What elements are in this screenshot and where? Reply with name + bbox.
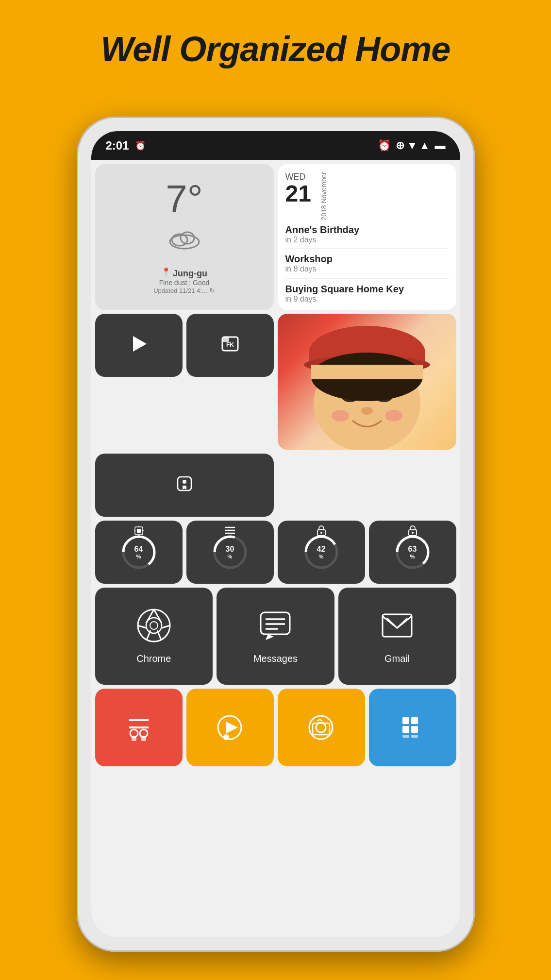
- chrome-label: Chrome: [136, 653, 171, 664]
- svg-point-15: [361, 407, 373, 415]
- weather-cloud-icon: [165, 223, 204, 257]
- refresh-icon[interactable]: ↻: [209, 287, 215, 294]
- battery-circle-3: 42 %: [302, 533, 341, 572]
- calendar-event-1: Anne's Birthday in 2 days: [278, 224, 456, 248]
- svg-point-16: [332, 410, 349, 422]
- svg-text:FK: FK: [226, 341, 234, 348]
- svg-point-17: [385, 410, 402, 422]
- calendar-header: WED 21 2018 November: [278, 164, 456, 224]
- svg-rect-57: [383, 614, 412, 637]
- event-1-days: in 2 days: [285, 236, 449, 244]
- chrome-button[interactable]: Chrome: [95, 588, 213, 685]
- last-row: [95, 689, 456, 766]
- calendar-event-2: Workshop in 8 days: [278, 249, 456, 278]
- home-content: 7° 📍 Jung-gu Fine dust : Good: [91, 160, 460, 774]
- battery-percent-3: 42 %: [317, 545, 326, 559]
- svg-marker-3: [133, 336, 147, 352]
- battery-circle-4: 63 %: [393, 533, 432, 572]
- svg-rect-62: [132, 736, 136, 741]
- weather-updated: Updated 11/21 4:... ↻: [153, 287, 215, 294]
- alarm-icon2: ⏰: [378, 139, 391, 152]
- weather-location: Jung-gu: [173, 269, 207, 279]
- fk-files-button[interactable]: FK: [186, 314, 274, 377]
- gmail-button[interactable]: Gmail: [338, 588, 456, 685]
- svg-point-42: [412, 532, 414, 534]
- bottom-apps-row: Chrome Messag: [95, 588, 456, 685]
- battery-circle-2: 30 %: [211, 533, 250, 572]
- alarm-icon: ⏰: [135, 140, 146, 151]
- svg-marker-65: [226, 722, 238, 733]
- phone-screen: 2:01 ⏰ ⏰ ⊕ ▾ ▲ ▬ 7°: [91, 131, 460, 937]
- messages-icon: [258, 608, 292, 648]
- grid-button[interactable]: [369, 689, 456, 766]
- svg-point-68: [316, 723, 326, 732]
- battery-lock2-widget[interactable]: 63 %: [369, 521, 456, 584]
- battery-circle-1: 64 %: [119, 533, 158, 572]
- svg-rect-73: [411, 726, 418, 733]
- messages-label: Messages: [253, 653, 298, 664]
- battery-percent-2: 30 %: [226, 545, 234, 559]
- calendar-year-month: 2018 November: [320, 172, 328, 220]
- event-2-days: in 8 days: [285, 265, 449, 273]
- location-pin-icon: 📍: [161, 267, 171, 276]
- play-video-button[interactable]: [186, 689, 274, 766]
- weather-widget[interactable]: 7° 📍 Jung-gu Fine dust : Good: [95, 164, 274, 310]
- svg-point-66: [223, 734, 229, 740]
- calendar-widget[interactable]: WED 21 2018 November Anne's Birthday in …: [278, 164, 456, 310]
- status-time: 2:01: [106, 139, 129, 152]
- tips-button[interactable]: [95, 454, 274, 517]
- svg-point-21: [183, 480, 186, 484]
- gmail-icon: [380, 608, 414, 648]
- signal-icon: ▲: [419, 139, 430, 152]
- svg-point-38: [320, 532, 322, 534]
- battery-menu-widget[interactable]: 30 %: [186, 521, 274, 584]
- event-1-name: Anne's Birthday: [285, 224, 449, 236]
- calendar-day-num: 21: [285, 182, 311, 205]
- contacts-button[interactable]: [95, 689, 183, 766]
- camera-button[interactable]: [278, 689, 365, 766]
- phone-frame: 2:01 ⏰ ⏰ ⊕ ▾ ▲ ▬ 7°: [77, 117, 475, 952]
- battery-row: 64 %: [95, 521, 456, 584]
- event-2-name: Workshop: [285, 253, 449, 265]
- weather-temp: 7°: [166, 180, 202, 219]
- svg-rect-72: [402, 726, 409, 733]
- svg-point-61: [140, 729, 148, 737]
- battery-lock-widget[interactable]: 42 %: [278, 521, 365, 584]
- svg-rect-70: [402, 717, 409, 724]
- battery-cpu-widget[interactable]: 64 %: [95, 521, 183, 584]
- event-3-name: Buying Square Home Key: [285, 284, 449, 295]
- photo-widget: [278, 314, 456, 450]
- location-icon: ⊕: [396, 139, 404, 152]
- svg-rect-75: [411, 735, 418, 738]
- messages-button[interactable]: Messages: [217, 588, 334, 685]
- status-bar: 2:01 ⏰ ⏰ ⊕ ▾ ▲ ▬: [91, 131, 460, 160]
- calendar-date-block: WED 21: [285, 172, 311, 205]
- page-title: Well Organized Home: [0, 0, 551, 88]
- event-3-days: in 9 days: [285, 295, 449, 304]
- battery-percent-1: 64 %: [134, 545, 143, 559]
- battery-percent-4: 63 %: [408, 545, 417, 559]
- gmail-label: Gmail: [384, 653, 410, 664]
- play-store-button[interactable]: [95, 314, 183, 377]
- svg-point-60: [130, 729, 138, 737]
- battery-icon: ▬: [435, 139, 446, 152]
- status-icons: ⏰ ⊕ ▾ ▲ ▬: [378, 139, 446, 152]
- calendar-event-3: Buying Square Home Key in 9 days: [278, 279, 456, 308]
- svg-line-47: [162, 625, 170, 628]
- svg-rect-19: [311, 365, 423, 379]
- photo-placeholder: [278, 314, 456, 450]
- svg-rect-25: [137, 529, 141, 533]
- tips-row: [95, 454, 274, 517]
- weather-updated-text: Updated 11/21 4:...: [153, 287, 207, 294]
- svg-line-48: [138, 625, 146, 628]
- phone-container: 2:01 ⏰ ⏰ ⊕ ▾ ▲ ▬ 7°: [77, 117, 475, 952]
- svg-rect-63: [141, 736, 146, 741]
- svg-rect-74: [402, 735, 409, 738]
- wifi-icon: ▾: [409, 139, 415, 152]
- svg-rect-71: [411, 717, 418, 724]
- chrome-icon: [137, 608, 171, 648]
- weather-dust: Fine dust : Good: [159, 279, 210, 287]
- small-apps-row: FK: [95, 314, 274, 450]
